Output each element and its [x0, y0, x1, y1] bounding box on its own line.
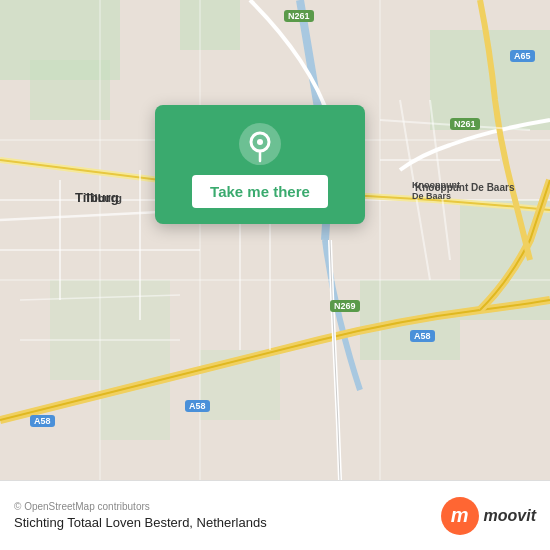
svg-rect-3 — [180, 0, 240, 50]
moovit-brand-text: moovit — [484, 507, 536, 525]
moovit-m-icon: m — [441, 497, 479, 535]
svg-point-32 — [257, 139, 263, 145]
copyright-text: © OpenStreetMap contributors — [14, 501, 267, 512]
take-me-there-button[interactable]: Take me there — [192, 175, 328, 208]
moovit-logo: m moovit — [441, 497, 536, 535]
location-name-text: Stichting Totaal Loven Besterd, Netherla… — [14, 515, 267, 530]
svg-rect-2 — [30, 60, 110, 120]
svg-rect-7 — [50, 280, 170, 380]
footer: © OpenStreetMap contributors Stichting T… — [0, 480, 550, 550]
map-svg — [0, 0, 550, 480]
location-pin-icon — [239, 123, 281, 165]
footer-left: © OpenStreetMap contributors Stichting T… — [14, 501, 267, 530]
map-area: Tilburg Knooppunt De Baars N261 N261 N26… — [0, 0, 550, 480]
app-container: Tilburg Knooppunt De Baars N261 N261 N26… — [0, 0, 550, 550]
location-card: Take me there — [155, 105, 365, 224]
